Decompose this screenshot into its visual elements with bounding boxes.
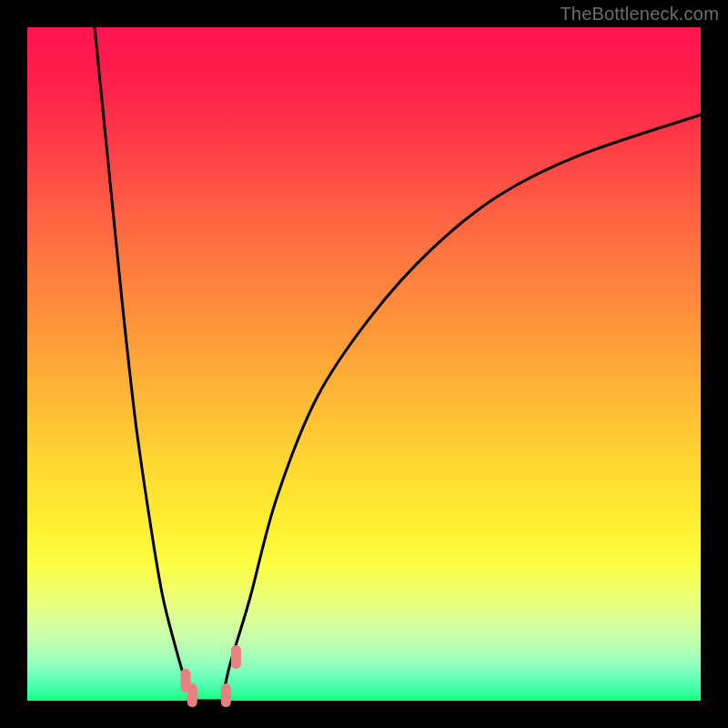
curve-layer bbox=[27, 27, 701, 701]
watermark-text: TheBottleneck.com bbox=[560, 4, 719, 25]
series-left-branch bbox=[95, 27, 196, 701]
right-marker-upper bbox=[231, 645, 241, 669]
left-marker-lower bbox=[187, 683, 197, 707]
valley-markers bbox=[180, 645, 241, 707]
series-right-branch bbox=[223, 115, 701, 701]
right-marker-lower bbox=[221, 683, 231, 707]
bottleneck-curve bbox=[95, 27, 701, 701]
plot-area bbox=[27, 27, 701, 701]
chart-canvas: TheBottleneck.com bbox=[0, 0, 728, 728]
